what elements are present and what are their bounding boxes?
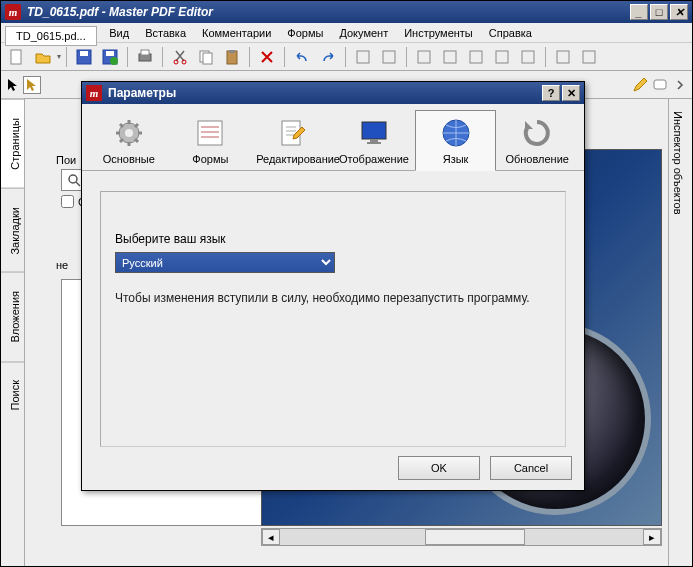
tool-c-icon[interactable]	[412, 45, 436, 69]
tab-editing[interactable]: Редактирование	[251, 110, 333, 170]
app-icon: m	[86, 85, 102, 101]
scroll-right-icon[interactable]: ▸	[643, 529, 661, 545]
menu-forms[interactable]: Формы	[279, 25, 331, 41]
edit-icon[interactable]	[632, 77, 648, 93]
tool-d-icon[interactable]	[438, 45, 462, 69]
tool-b-icon[interactable]	[377, 45, 401, 69]
svg-rect-20	[522, 51, 534, 63]
comment-icon[interactable]	[652, 77, 668, 93]
menu-tools[interactable]: Инструменты	[396, 25, 481, 41]
tool-i-icon[interactable]	[577, 45, 601, 69]
toolbar-main: ▾	[1, 43, 692, 71]
redo-icon[interactable]	[316, 45, 340, 69]
print-icon[interactable]	[133, 45, 157, 69]
svg-rect-21	[557, 51, 569, 63]
svg-rect-7	[141, 50, 149, 55]
svg-rect-22	[583, 51, 595, 63]
sidebar-tab-inspector[interactable]: Инспектор объектов	[669, 99, 687, 227]
minimize-button[interactable]: _	[630, 4, 648, 20]
panel-note: не	[56, 259, 68, 271]
menu-comments[interactable]: Комментарии	[194, 25, 279, 41]
copy-icon[interactable]	[194, 45, 218, 69]
document-tab[interactable]: TD_0615.pd...	[5, 26, 97, 46]
svg-point-26	[125, 129, 133, 137]
open-icon[interactable]	[31, 45, 55, 69]
dialog-buttons: OK Cancel	[398, 456, 572, 480]
menu-insert[interactable]: Вставка	[137, 25, 194, 41]
svg-rect-27	[198, 121, 222, 145]
dialog-titlebar: m Параметры ? ✕	[82, 82, 584, 104]
scroll-left-icon[interactable]: ◂	[262, 529, 280, 545]
dialog-title: Параметры	[108, 86, 540, 100]
dialog-body: Выберите ваш язык Русский Чтобы изменени…	[82, 171, 584, 467]
tab-forms[interactable]: Формы	[170, 110, 252, 170]
close-button[interactable]: ✕	[670, 4, 688, 20]
svg-rect-31	[367, 142, 381, 144]
svg-rect-0	[11, 50, 21, 64]
cancel-button[interactable]: Cancel	[490, 456, 572, 480]
svg-rect-23	[654, 80, 666, 89]
panel-title: Пои	[56, 154, 76, 166]
titlebar: m TD_0615.pdf - Master PDF Editor _ □ ✕	[1, 1, 692, 23]
edit-pointer-icon[interactable]	[23, 76, 41, 94]
language-select[interactable]: Русский	[115, 252, 335, 273]
forms-icon	[194, 117, 226, 149]
dialog-help-button[interactable]: ?	[542, 85, 560, 101]
monitor-icon	[358, 117, 390, 149]
sidebar-tab-search[interactable]: Поиск	[1, 361, 24, 428]
scroll-thumb[interactable]	[425, 529, 525, 545]
refresh-icon	[521, 117, 553, 149]
svg-rect-2	[80, 51, 88, 56]
window-title: TD_0615.pdf - Master PDF Editor	[27, 5, 628, 19]
checkbox-input[interactable]	[61, 195, 74, 208]
dialog-group: Выберите ваш язык Русский Чтобы изменени…	[100, 191, 566, 447]
svg-rect-17	[444, 51, 456, 63]
tab-display[interactable]: Отображение	[333, 110, 415, 170]
ok-button[interactable]: OK	[398, 456, 480, 480]
sidebar-tab-pages[interactable]: Страницы	[1, 99, 24, 188]
tool-e-icon[interactable]	[464, 45, 488, 69]
globe-icon	[440, 117, 472, 149]
pointer-icon[interactable]	[5, 77, 21, 93]
menu-view[interactable]: Вид	[101, 25, 137, 41]
sidebar-tab-attachments[interactable]: Вложения	[1, 272, 24, 361]
scrollbar-horizontal[interactable]: ◂ ▸	[261, 528, 662, 546]
svg-rect-30	[370, 139, 378, 142]
restart-hint: Чтобы изменения вступили в силу, необход…	[115, 291, 551, 305]
new-icon[interactable]	[5, 45, 29, 69]
save-as-icon[interactable]	[98, 45, 122, 69]
paste-icon[interactable]	[220, 45, 244, 69]
scroll-track[interactable]	[280, 529, 643, 545]
svg-rect-13	[229, 50, 235, 53]
svg-rect-11	[203, 53, 212, 64]
maximize-button[interactable]: □	[650, 4, 668, 20]
tab-update[interactable]: Обновление	[496, 110, 578, 170]
svg-rect-19	[496, 51, 508, 63]
tool-f-icon[interactable]	[490, 45, 514, 69]
sidebar-tab-bookmarks[interactable]: Закладки	[1, 188, 24, 273]
svg-rect-29	[362, 122, 386, 139]
language-label: Выберите ваш язык	[115, 232, 551, 246]
menu-document[interactable]: Документ	[331, 25, 396, 41]
save-icon[interactable]	[72, 45, 96, 69]
sidebar-left: Страницы Закладки Вложения Поиск	[1, 99, 25, 566]
delete-icon[interactable]	[255, 45, 279, 69]
tool-g-icon[interactable]	[516, 45, 540, 69]
cut-icon[interactable]	[168, 45, 192, 69]
main-window: m TD_0615.pdf - Master PDF Editor _ □ ✕ …	[0, 0, 693, 567]
edit-icon	[276, 117, 308, 149]
tab-general[interactable]: Основные	[88, 110, 170, 170]
tool-a-icon[interactable]	[351, 45, 375, 69]
dialog-close-button[interactable]: ✕	[562, 85, 580, 101]
tab-language[interactable]: Язык	[415, 110, 497, 171]
tool-h-icon[interactable]	[551, 45, 575, 69]
svg-point-5	[110, 57, 118, 65]
svg-rect-4	[106, 51, 114, 56]
svg-rect-18	[470, 51, 482, 63]
dialog-tabs: Основные Формы Редактирование Отображени…	[82, 104, 584, 171]
undo-icon[interactable]	[290, 45, 314, 69]
menubar: Файл Правка Вид Вставка Комментарии Форм…	[1, 23, 692, 43]
menu-help[interactable]: Справка	[481, 25, 540, 41]
gear-icon	[113, 117, 145, 149]
more-icon[interactable]	[672, 77, 688, 93]
